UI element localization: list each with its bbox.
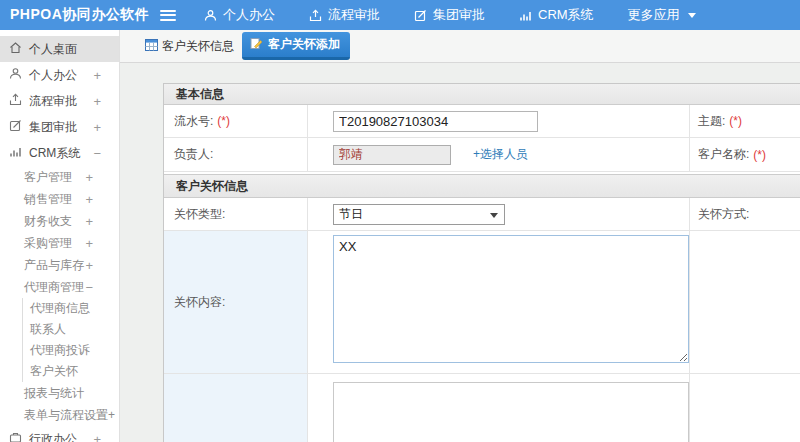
expand-icon[interactable]: + (93, 68, 101, 83)
flow-icon (309, 9, 322, 22)
sidebar-item-label: 个人办公 (29, 67, 77, 84)
sidebar-item-group-approval[interactable]: 集团审批 + (0, 114, 119, 140)
extra-field-cell (308, 374, 690, 442)
empty-cell (690, 374, 800, 442)
table-icon (145, 39, 158, 54)
sidebar-item-label: 销售管理 (24, 191, 72, 208)
briefcase-icon (9, 431, 22, 442)
sidebar-item-product-inventory[interactable]: 产品与库存 + (0, 254, 119, 276)
topbar-menu-label: 集团审批 (433, 6, 485, 24)
sidebar-item-form-flow-settings[interactable]: 表单与流程设置+ (0, 404, 119, 426)
approve-icon (414, 9, 427, 22)
caret-down-icon (688, 13, 696, 18)
sidebar: 个人桌面 个人办公 + 流程审批 + (0, 30, 120, 442)
required-marker: (*) (217, 114, 230, 128)
field-label: 负责人: (174, 146, 213, 163)
hamburger-icon[interactable] (160, 10, 176, 21)
selected-option: 节日 (339, 206, 363, 223)
collapse-icon[interactable]: − (93, 146, 101, 161)
care-method-label-cell: 关怀方式: (690, 198, 800, 230)
select-arrow-icon (490, 213, 498, 218)
sidebar-item-label: 联系人 (30, 321, 66, 338)
sidebar-item-admin-office[interactable]: 行政办公 + (0, 426, 119, 442)
sidebar-item-label: 财务收支 (24, 213, 72, 230)
collapse-icon[interactable]: − (85, 280, 93, 295)
form-row-serial: 流水号: (*) 主题: (*) (164, 105, 800, 138)
sidebar-item-label: 行政办公 (29, 431, 77, 442)
topbar-menu-personal-office[interactable]: 个人办公 (204, 6, 275, 24)
sidebar-item-purchase-mgmt[interactable]: 采购管理 + (0, 232, 119, 254)
care-content-label-cell: 关怀内容: (164, 231, 308, 373)
sidebar-item-crm[interactable]: CRM系统 − (0, 140, 119, 166)
topbar-menu-group-approval[interactable]: 集团审批 (414, 6, 485, 24)
topbar-menu-label: 个人办公 (223, 6, 275, 24)
tab-customer-care-info[interactable]: 客户关怀信息 (145, 38, 234, 55)
sidebar-item-label: 代理商投诉 (30, 342, 90, 359)
required-marker: (*) (729, 114, 742, 128)
serial-field-cell (308, 105, 690, 137)
field-label: 关怀类型: (174, 206, 225, 223)
tab-label: 客户关怀信息 (162, 38, 234, 55)
sidebar-item-label: 客户关怀 (30, 363, 78, 380)
owner-input[interactable] (333, 145, 451, 165)
approve-icon (9, 119, 22, 135)
sidebar-item-customer-care[interactable]: 客户关怀 (0, 361, 119, 382)
expand-icon[interactable]: + (108, 408, 115, 422)
sidebar-item-personal-office[interactable]: 个人办公 + (0, 62, 119, 88)
sidebar-item-sales-mgmt[interactable]: 销售管理 + (0, 188, 119, 210)
person-icon (204, 9, 217, 22)
topbar-menu-crm[interactable]: CRM系统 (519, 6, 594, 24)
select-person-link[interactable]: +选择人员 (473, 146, 528, 163)
topbar-menu-flow-approval[interactable]: 流程审批 (309, 6, 380, 24)
expand-icon[interactable]: + (85, 170, 93, 185)
sidebar-item-customer-mgmt[interactable]: 客户管理 + (0, 166, 119, 188)
tab-label: 客户关怀添加 (268, 36, 340, 53)
sidebar-item-flow-approval[interactable]: 流程审批 + (0, 88, 119, 114)
home-icon (9, 41, 22, 57)
sidebar-item-contacts[interactable]: 联系人 (0, 319, 119, 340)
topbar: PHPOA协同办公软件 个人办公 流程审批 (0, 0, 800, 30)
sidebar-item-agent-info[interactable]: 代理商信息 (0, 298, 119, 319)
expand-icon[interactable]: + (85, 258, 93, 273)
sidebar-item-label: 报表与统计 (24, 385, 84, 402)
sidebar-item-agent-mgmt[interactable]: 代理商管理 − (0, 276, 119, 298)
care-type-select[interactable]: 节日 (333, 204, 505, 225)
care-content-textarea[interactable]: XX (333, 235, 689, 363)
topic-label-cell: 主题: (*) (690, 105, 800, 137)
expand-icon[interactable]: + (85, 192, 93, 207)
empty-cell (690, 231, 800, 373)
expand-icon[interactable]: + (93, 94, 101, 109)
expand-icon[interactable]: + (85, 214, 93, 229)
care-content-field-cell: XX (308, 231, 690, 373)
care-type-label-cell: 关怀类型: (164, 198, 308, 230)
extra-content-textarea[interactable] (333, 382, 689, 442)
sidebar-item-finance[interactable]: 财务收支 + (0, 210, 119, 232)
sidebar-item-label: 产品与库存 (24, 257, 84, 274)
sidebar-item-agent-complaint[interactable]: 代理商投诉 (0, 340, 119, 361)
sidebar-item-desktop[interactable]: 个人桌面 (0, 36, 119, 62)
owner-label-cell: 负责人: (164, 138, 308, 171)
person-icon (9, 67, 22, 83)
customer-name-label-cell: 客户名称: (*) (690, 138, 800, 171)
edit-page-icon (250, 37, 263, 53)
topbar-menu-label: 流程审批 (328, 6, 380, 24)
extra-label-cell (164, 374, 308, 442)
sidebar-item-label: CRM系统 (29, 145, 80, 162)
sidebar-item-reports[interactable]: 报表与统计 (0, 382, 119, 404)
app-logo: PHPOA协同办公软件 (0, 6, 148, 24)
required-marker: (*) (753, 148, 766, 162)
expand-icon[interactable]: + (85, 236, 93, 251)
sidebar-item-label: 客户管理 (24, 169, 72, 186)
field-label: 关怀方式: (698, 206, 749, 223)
form-row-care-type: 关怀类型: 节日 关怀方式: (164, 198, 800, 231)
expand-icon[interactable]: + (93, 432, 101, 442)
owner-field-cell: +选择人员 (308, 138, 690, 171)
tab-customer-care-add[interactable]: 客户关怀添加 (242, 32, 350, 60)
serial-label-cell: 流水号: (*) (164, 105, 308, 137)
topbar-menu-more-apps[interactable]: 更多应用 (628, 6, 696, 24)
field-label: 关怀内容: (174, 294, 225, 311)
topbar-menu-label: CRM系统 (538, 6, 594, 24)
serial-number-input[interactable] (333, 111, 538, 132)
app-window: PHPOA协同办公软件 个人办公 流程审批 (0, 0, 800, 442)
expand-icon[interactable]: + (93, 120, 101, 135)
